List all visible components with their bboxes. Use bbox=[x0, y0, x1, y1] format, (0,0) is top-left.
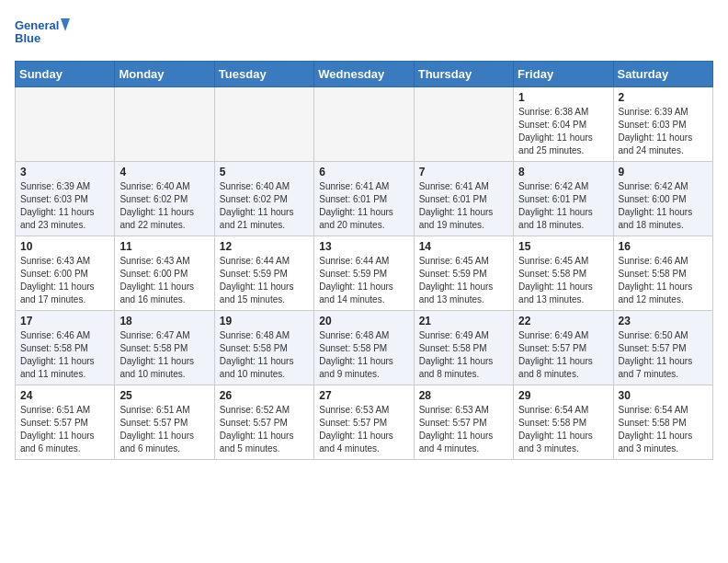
calendar-day-cell bbox=[115, 87, 214, 162]
day-info: Sunrise: 6:44 AM Sunset: 5:59 PM Dayligh… bbox=[220, 255, 309, 306]
day-number: 28 bbox=[419, 389, 508, 402]
day-info: Sunrise: 6:45 AM Sunset: 5:59 PM Dayligh… bbox=[419, 255, 508, 306]
day-number: 10 bbox=[20, 240, 109, 253]
day-info: Sunrise: 6:40 AM Sunset: 6:02 PM Dayligh… bbox=[220, 180, 309, 232]
day-info: Sunrise: 6:43 AM Sunset: 6:00 PM Dayligh… bbox=[119, 255, 209, 306]
day-info: Sunrise: 6:51 AM Sunset: 5:57 PM Dayligh… bbox=[20, 404, 109, 455]
calendar-day-cell: 17Sunrise: 6:46 AM Sunset: 5:58 PM Dayli… bbox=[16, 311, 115, 385]
day-info: Sunrise: 6:39 AM Sunset: 6:03 PM Dayligh… bbox=[20, 180, 109, 232]
calendar-day-cell: 8Sunrise: 6:42 AM Sunset: 6:01 PM Daylig… bbox=[514, 162, 613, 236]
day-number: 24 bbox=[20, 389, 109, 402]
weekday-header-wednesday: Wednesday bbox=[314, 62, 414, 87]
day-number: 25 bbox=[119, 389, 209, 402]
calendar-day-cell: 27Sunrise: 6:53 AM Sunset: 5:57 PM Dayli… bbox=[314, 385, 414, 460]
day-number: 14 bbox=[419, 240, 508, 253]
day-number: 19 bbox=[220, 315, 309, 327]
calendar-day-cell: 9Sunrise: 6:42 AM Sunset: 6:00 PM Daylig… bbox=[613, 162, 712, 236]
calendar-week-row: 17Sunrise: 6:46 AM Sunset: 5:58 PM Dayli… bbox=[16, 311, 713, 385]
day-number: 8 bbox=[518, 166, 608, 178]
day-number: 3 bbox=[20, 166, 109, 178]
day-number: 23 bbox=[619, 315, 708, 327]
calendar-day-cell: 23Sunrise: 6:50 AM Sunset: 5:57 PM Dayli… bbox=[613, 311, 712, 385]
weekday-header-monday: Monday bbox=[115, 62, 214, 87]
day-number: 30 bbox=[619, 389, 708, 402]
day-info: Sunrise: 6:45 AM Sunset: 5:58 PM Dayligh… bbox=[518, 255, 608, 306]
calendar-day-cell: 1Sunrise: 6:38 AM Sunset: 6:04 PM Daylig… bbox=[514, 87, 613, 162]
day-number: 2 bbox=[619, 91, 708, 104]
day-number: 29 bbox=[518, 389, 608, 402]
day-number: 5 bbox=[220, 166, 309, 178]
calendar-day-cell: 6Sunrise: 6:41 AM Sunset: 6:01 PM Daylig… bbox=[314, 162, 414, 236]
day-info: Sunrise: 6:53 AM Sunset: 5:57 PM Dayligh… bbox=[319, 404, 408, 455]
logo: General Blue bbox=[15, 15, 70, 53]
calendar-day-cell: 2Sunrise: 6:39 AM Sunset: 6:03 PM Daylig… bbox=[613, 87, 712, 162]
day-number: 12 bbox=[220, 240, 309, 253]
day-info: Sunrise: 6:49 AM Sunset: 5:57 PM Dayligh… bbox=[518, 329, 608, 381]
calendar-day-cell: 29Sunrise: 6:54 AM Sunset: 5:58 PM Dayli… bbox=[514, 385, 613, 460]
calendar-day-cell: 30Sunrise: 6:54 AM Sunset: 5:58 PM Dayli… bbox=[613, 385, 712, 460]
calendar-day-cell: 25Sunrise: 6:51 AM Sunset: 5:57 PM Dayli… bbox=[115, 385, 214, 460]
day-number: 26 bbox=[220, 389, 309, 402]
calendar-day-cell bbox=[314, 87, 414, 162]
day-info: Sunrise: 6:48 AM Sunset: 5:58 PM Dayligh… bbox=[220, 329, 309, 381]
calendar-day-cell: 18Sunrise: 6:47 AM Sunset: 5:58 PM Dayli… bbox=[115, 311, 214, 385]
calendar-day-cell: 10Sunrise: 6:43 AM Sunset: 6:00 PM Dayli… bbox=[16, 236, 115, 311]
day-number: 9 bbox=[619, 166, 708, 178]
calendar-week-row: 10Sunrise: 6:43 AM Sunset: 6:00 PM Dayli… bbox=[16, 236, 713, 311]
calendar-day-cell: 3Sunrise: 6:39 AM Sunset: 6:03 PM Daylig… bbox=[16, 162, 115, 236]
calendar-day-cell: 15Sunrise: 6:45 AM Sunset: 5:58 PM Dayli… bbox=[514, 236, 613, 311]
calendar-day-cell: 24Sunrise: 6:51 AM Sunset: 5:57 PM Dayli… bbox=[16, 385, 115, 460]
svg-marker-2 bbox=[61, 18, 70, 31]
calendar-day-cell: 21Sunrise: 6:49 AM Sunset: 5:58 PM Dayli… bbox=[414, 311, 513, 385]
day-info: Sunrise: 6:53 AM Sunset: 5:57 PM Dayligh… bbox=[419, 404, 508, 455]
day-info: Sunrise: 6:38 AM Sunset: 6:04 PM Dayligh… bbox=[518, 106, 608, 157]
calendar-day-cell: 14Sunrise: 6:45 AM Sunset: 5:59 PM Dayli… bbox=[414, 236, 513, 311]
calendar-day-cell: 22Sunrise: 6:49 AM Sunset: 5:57 PM Dayli… bbox=[514, 311, 613, 385]
day-number: 16 bbox=[619, 240, 708, 253]
day-info: Sunrise: 6:40 AM Sunset: 6:02 PM Dayligh… bbox=[119, 180, 209, 232]
calendar-day-cell: 5Sunrise: 6:40 AM Sunset: 6:02 PM Daylig… bbox=[214, 162, 313, 236]
weekday-header-saturday: Saturday bbox=[613, 62, 712, 87]
day-number: 7 bbox=[419, 166, 508, 178]
day-number: 6 bbox=[319, 166, 408, 178]
calendar-day-cell: 19Sunrise: 6:48 AM Sunset: 5:58 PM Dayli… bbox=[214, 311, 313, 385]
day-number: 15 bbox=[518, 240, 608, 253]
weekday-header-friday: Friday bbox=[514, 62, 613, 87]
day-info: Sunrise: 6:43 AM Sunset: 6:00 PM Dayligh… bbox=[20, 255, 109, 306]
day-number: 1 bbox=[518, 91, 608, 104]
day-number: 22 bbox=[518, 315, 608, 327]
calendar-day-cell bbox=[414, 87, 513, 162]
calendar-day-cell: 16Sunrise: 6:46 AM Sunset: 5:58 PM Dayli… bbox=[613, 236, 712, 311]
day-info: Sunrise: 6:46 AM Sunset: 5:58 PM Dayligh… bbox=[20, 329, 109, 381]
day-number: 13 bbox=[319, 240, 408, 253]
calendar-day-cell bbox=[214, 87, 313, 162]
page-header: General Blue bbox=[15, 15, 713, 53]
svg-text:General: General bbox=[15, 18, 59, 32]
day-number: 20 bbox=[319, 315, 408, 327]
calendar-day-cell: 26Sunrise: 6:52 AM Sunset: 5:57 PM Dayli… bbox=[214, 385, 313, 460]
day-info: Sunrise: 6:39 AM Sunset: 6:03 PM Dayligh… bbox=[619, 106, 708, 157]
day-number: 21 bbox=[419, 315, 508, 327]
day-number: 27 bbox=[319, 389, 408, 402]
day-info: Sunrise: 6:54 AM Sunset: 5:58 PM Dayligh… bbox=[619, 404, 708, 455]
calendar-week-row: 3Sunrise: 6:39 AM Sunset: 6:03 PM Daylig… bbox=[16, 162, 713, 236]
day-info: Sunrise: 6:44 AM Sunset: 5:59 PM Dayligh… bbox=[319, 255, 408, 306]
svg-text:Blue: Blue bbox=[15, 31, 40, 45]
calendar-week-row: 1Sunrise: 6:38 AM Sunset: 6:04 PM Daylig… bbox=[16, 87, 713, 162]
calendar-day-cell: 12Sunrise: 6:44 AM Sunset: 5:59 PM Dayli… bbox=[214, 236, 313, 311]
day-info: Sunrise: 6:42 AM Sunset: 6:00 PM Dayligh… bbox=[619, 180, 708, 232]
day-info: Sunrise: 6:50 AM Sunset: 5:57 PM Dayligh… bbox=[619, 329, 708, 381]
calendar-day-cell bbox=[16, 87, 115, 162]
calendar-day-cell: 7Sunrise: 6:41 AM Sunset: 6:01 PM Daylig… bbox=[414, 162, 513, 236]
day-number: 17 bbox=[20, 315, 109, 327]
calendar-week-row: 24Sunrise: 6:51 AM Sunset: 5:57 PM Dayli… bbox=[16, 385, 713, 460]
logo-icon: General Blue bbox=[15, 15, 70, 53]
day-info: Sunrise: 6:42 AM Sunset: 6:01 PM Dayligh… bbox=[518, 180, 608, 232]
calendar-day-cell: 20Sunrise: 6:48 AM Sunset: 5:58 PM Dayli… bbox=[314, 311, 414, 385]
day-info: Sunrise: 6:51 AM Sunset: 5:57 PM Dayligh… bbox=[119, 404, 209, 455]
calendar-day-cell: 28Sunrise: 6:53 AM Sunset: 5:57 PM Dayli… bbox=[414, 385, 513, 460]
day-info: Sunrise: 6:41 AM Sunset: 6:01 PM Dayligh… bbox=[319, 180, 408, 232]
calendar-day-cell: 4Sunrise: 6:40 AM Sunset: 6:02 PM Daylig… bbox=[115, 162, 214, 236]
weekday-header-tuesday: Tuesday bbox=[214, 62, 313, 87]
day-info: Sunrise: 6:54 AM Sunset: 5:58 PM Dayligh… bbox=[518, 404, 608, 455]
